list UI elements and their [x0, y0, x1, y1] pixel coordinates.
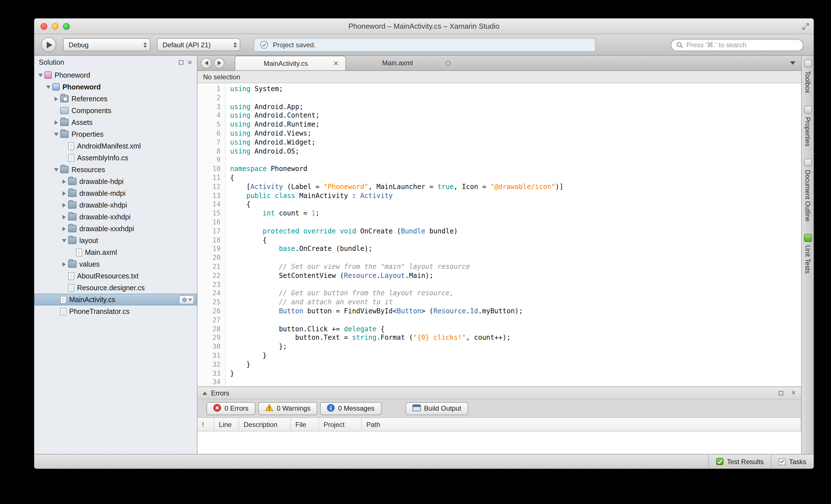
solution-icon: [45, 71, 52, 79]
pad-tab-unit-tests[interactable]: Unit Tests: [804, 234, 811, 274]
line-number: 21: [198, 263, 221, 272]
disclosure-triangle-icon[interactable]: [61, 239, 67, 242]
disclosure-triangle-icon[interactable]: [61, 179, 67, 184]
main-toolbar: Debug Default (API 21) Project saved.: [34, 34, 813, 56]
code-line: {: [230, 174, 801, 183]
column-header-line[interactable]: Line: [214, 418, 239, 431]
0-warnings-button[interactable]: 0 Warnings: [258, 402, 317, 415]
close-pad-icon[interactable]: ✕: [188, 59, 193, 65]
tree-item-assets[interactable]: Assets: [34, 116, 197, 128]
solution-tree: PhonewordPhonewordReferencesComponentsAs…: [34, 69, 197, 454]
test-results-button[interactable]: Test Results: [708, 454, 771, 469]
disclosure-triangle-icon[interactable]: [53, 120, 59, 125]
filter-button-label: 0 Messages: [338, 405, 374, 412]
dock-pad-icon[interactable]: [179, 60, 183, 65]
tab-mainactivity-cs[interactable]: MainActivity.cs✕: [235, 56, 346, 70]
dock-panel-icon[interactable]: [779, 391, 783, 395]
0-errors-button[interactable]: 0 Errors: [206, 402, 255, 415]
folder-icon: [60, 130, 69, 138]
column-header-path[interactable]: Path: [362, 418, 801, 431]
disclosure-triangle-icon[interactable]: [61, 203, 67, 207]
column-header-[interactable]: !: [198, 418, 214, 431]
tree-item-androidmanifest-xml[interactable]: AndroidManifest.xml: [34, 140, 197, 152]
disclosure-triangle-icon[interactable]: [37, 73, 43, 77]
line-number: 1: [198, 85, 221, 94]
file-icon: [76, 248, 82, 256]
disclosure-triangle-icon[interactable]: [61, 215, 67, 219]
tree-item-assemblyinfo-cs[interactable]: AssemblyInfo.cs: [34, 152, 197, 164]
tasks-button[interactable]: Tasks: [771, 454, 813, 469]
tree-item-resource-designer-cs[interactable]: Resource.designer.cs: [34, 282, 197, 294]
device-dropdown[interactable]: Default (API 21): [157, 38, 240, 51]
tree-item-properties[interactable]: Properties: [34, 128, 197, 140]
disclosure-triangle-icon[interactable]: [61, 262, 67, 266]
build-output-button[interactable]: Build Output: [405, 402, 468, 415]
unit-tests-icon: [804, 234, 811, 242]
breadcrumb-text: No selection: [203, 73, 240, 81]
triangle-glyph: [62, 239, 66, 242]
close-panel-icon[interactable]: ✕: [791, 390, 796, 396]
errors-table-body[interactable]: [198, 432, 801, 454]
pad-tab-properties[interactable]: Properties: [804, 106, 811, 146]
disclosure-triangle-icon[interactable]: [53, 96, 59, 101]
disclosure-triangle-icon[interactable]: [53, 168, 59, 171]
tree-item-drawable-mdpi[interactable]: drawable-mdpi: [34, 187, 197, 199]
close-window-button[interactable]: [40, 23, 47, 30]
tree-item-label: Components: [71, 107, 111, 115]
tree-item-label: layout: [79, 237, 98, 244]
tree-item-layout[interactable]: layout: [34, 235, 197, 246]
line-number: 27: [198, 316, 221, 325]
tree-item-drawable-xxxhdpi[interactable]: drawable-xxxhdpi: [34, 223, 197, 235]
disclosure-triangle-icon[interactable]: [53, 132, 59, 136]
code-line: Button button = FindViewById<Button> (Re…: [230, 307, 801, 316]
tree-item-phonetranslator-cs[interactable]: PhoneTranslator.cs: [34, 305, 197, 317]
search-field[interactable]: Press '⌘.' to search: [671, 39, 803, 51]
folder-icon: [68, 178, 77, 185]
code-line: [230, 280, 801, 289]
navigate-forward-button[interactable]: [214, 58, 225, 68]
folder-icon: [60, 119, 69, 126]
tree-item-references[interactable]: References: [34, 93, 197, 105]
tree-item-drawable-hdpi[interactable]: drawable-hdpi: [34, 176, 197, 187]
line-number: 11: [198, 174, 221, 183]
tree-item-phoneword[interactable]: Phoneword: [34, 69, 197, 81]
column-header-project[interactable]: Project: [319, 418, 362, 431]
run-button[interactable]: [41, 37, 56, 52]
0-messages-button[interactable]: 0 Messages: [320, 402, 381, 415]
tab-state-circle-icon[interactable]: [446, 60, 451, 65]
tree-item-mainactivity-cs[interactable]: MainActivity.cs: [34, 294, 197, 305]
disclosure-triangle-icon[interactable]: [61, 227, 67, 231]
column-header-file[interactable]: File: [291, 418, 319, 431]
tree-item-values[interactable]: values: [34, 258, 197, 270]
code-text[interactable]: using System; using Android.App;using An…: [226, 83, 801, 386]
pad-tab-document-outline[interactable]: Document Outline: [804, 159, 811, 221]
chevron-down-icon: [188, 298, 192, 301]
pad-tab-toolbox[interactable]: Toolbox: [804, 60, 811, 93]
tab-main-axml[interactable]: Main.axml: [346, 56, 457, 70]
breadcrumb[interactable]: No selection: [198, 71, 801, 83]
tab-list-dropdown-icon[interactable]: [790, 61, 796, 65]
configuration-dropdown[interactable]: Debug: [63, 38, 150, 51]
tree-item-drawable-xhdpi[interactable]: drawable-xhdpi: [34, 199, 197, 211]
close-tab-icon[interactable]: ✕: [333, 59, 339, 67]
code-line: {: [230, 201, 801, 210]
item-options-button[interactable]: [179, 295, 194, 304]
disclosure-triangle-icon[interactable]: [45, 85, 51, 89]
tree-item-main-axml[interactable]: Main.axml: [34, 246, 197, 258]
tree-item-components[interactable]: Components: [34, 105, 197, 116]
column-header-description[interactable]: Description: [239, 418, 291, 431]
window-titlebar[interactable]: Phoneword – MainActivity.cs – Xamarin St…: [34, 19, 813, 34]
navigate-back-button[interactable]: [201, 58, 211, 68]
line-number: 13: [198, 191, 221, 201]
zoom-window-button[interactable]: [63, 23, 70, 30]
tree-item-phoneword[interactable]: Phoneword: [34, 81, 197, 93]
tree-item-label: AboutResources.txt: [77, 272, 138, 280]
collapse-panel-icon[interactable]: [203, 391, 207, 394]
minimize-window-button[interactable]: [52, 23, 58, 30]
code-editor[interactable]: 1234567891011121314151617181920212223242…: [198, 83, 801, 386]
disclosure-triangle-icon[interactable]: [61, 191, 67, 196]
tree-item-resources[interactable]: Resources: [34, 164, 197, 176]
tree-item-aboutresources-txt[interactable]: AboutResources.txt: [34, 270, 197, 282]
tree-item-drawable-xxhdpi[interactable]: drawable-xxhdpi: [34, 211, 197, 223]
errors-panel-header[interactable]: Errors ✕: [198, 386, 801, 399]
